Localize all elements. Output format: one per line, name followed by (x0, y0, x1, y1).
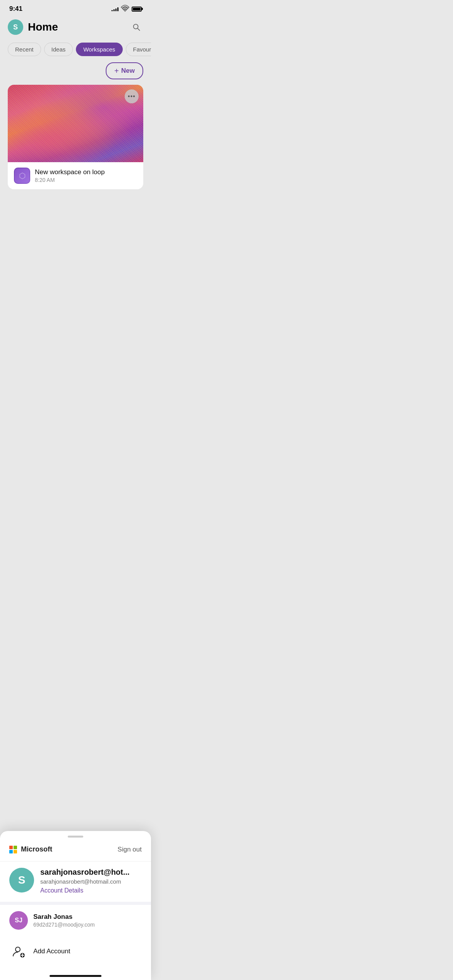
page-title: Home (28, 21, 58, 33)
wifi-icon (121, 5, 129, 13)
svg-line-1 (137, 28, 140, 31)
svg-point-0 (134, 24, 138, 29)
workspace-icon (14, 168, 30, 184)
new-btn-row: + New (8, 62, 143, 79)
tab-favourites[interactable]: Favourites (126, 43, 151, 56)
tabs-container: Recent Ideas Workspaces Favourites (0, 39, 151, 62)
main-content: + New ••• New workspace on loop 8:20 AM (0, 62, 151, 189)
status-bar: 9:41 (0, 0, 151, 16)
avatar[interactable]: S (8, 19, 23, 35)
card-info: New workspace on loop 8:20 AM (35, 168, 137, 183)
card-image: ••• (8, 85, 143, 162)
more-icon: ••• (128, 93, 136, 100)
status-icons (112, 5, 142, 13)
tab-ideas[interactable]: Ideas (44, 43, 73, 56)
card-title: New workspace on loop (35, 168, 137, 176)
tab-recent[interactable]: Recent (8, 43, 41, 56)
header-left: S Home (8, 19, 58, 35)
search-button[interactable] (129, 20, 143, 34)
signal-icon (112, 7, 118, 11)
new-button[interactable]: + New (106, 62, 143, 79)
search-icon (132, 23, 141, 31)
workspace-card[interactable]: ••• New workspace on loop 8:20 AM (8, 85, 143, 189)
new-button-label: New (121, 67, 135, 75)
card-image-inner (8, 85, 143, 162)
workspace-icon-inner (15, 168, 29, 183)
header: S Home (0, 16, 151, 39)
more-options-button[interactable]: ••• (125, 89, 139, 103)
card-time: 8:20 AM (35, 177, 137, 183)
card-footer: New workspace on loop 8:20 AM (8, 162, 143, 189)
tab-workspaces[interactable]: Workspaces (76, 43, 122, 56)
battery-icon (132, 7, 142, 12)
plus-icon: + (114, 67, 119, 75)
status-time: 9:41 (9, 5, 22, 13)
